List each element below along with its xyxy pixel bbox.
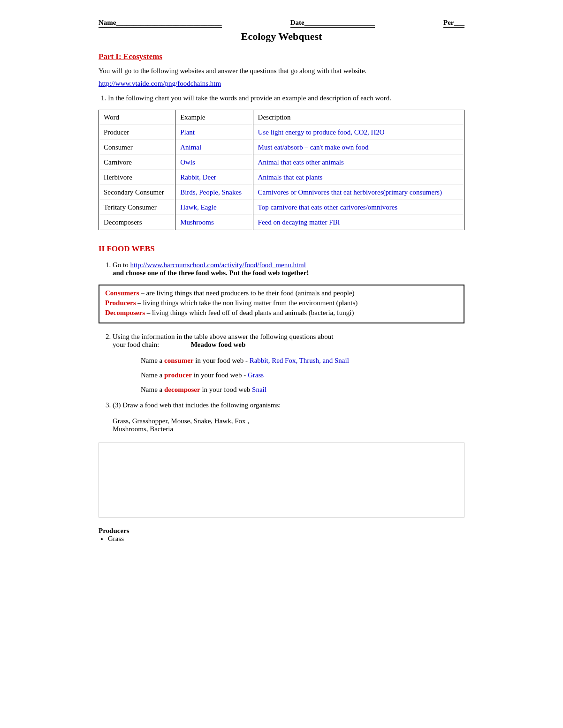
decomposers-label: Decomposers	[105, 309, 145, 316]
producer-answer-line: Name a producer in your food web - Grass	[141, 371, 464, 379]
desc-cell: Must eat/absorb – can't make own food	[253, 140, 464, 155]
table-row: Secondary Consumer Birds, People, Snakes…	[99, 185, 464, 200]
consumers-def: Consumers – are living things that need …	[105, 289, 458, 297]
food-webs-heading: II FOOD WEBS	[99, 244, 464, 254]
decomposer-answer: Snail	[252, 386, 266, 393]
q2-section: Name a consumer in your food web - Rabbi…	[127, 357, 464, 394]
desc-cell: Animals that eat plants	[253, 170, 464, 185]
word-cell: Herbivore	[99, 170, 175, 185]
consumers-label: Consumers	[105, 289, 139, 297]
instructions-list: In the following chart you will take the…	[108, 94, 464, 102]
producer-answer: Grass	[248, 371, 264, 379]
producers-label: Producers	[105, 299, 136, 307]
table-row: Teritary Consumer Hawk, Eagle Top carniv…	[99, 200, 464, 215]
table-header-row: Word Example Description	[99, 110, 464, 125]
example-cell: Birds, People, Snakes	[175, 185, 253, 200]
decomposers-def: Decomposers – living things which feed o…	[105, 309, 458, 317]
table-row: Herbivore Rabbit, Deer Animals that eat …	[99, 170, 464, 185]
consumer-word: consumer	[164, 357, 194, 364]
producers-list-item: Grass	[108, 535, 464, 543]
definitions-box: Consumers – are living things that need …	[99, 285, 464, 323]
word-cell: Decomposers	[99, 215, 175, 230]
producers-footer-label: Producers	[99, 527, 129, 534]
example-cell: Plant	[175, 125, 253, 140]
q3-intro: (3) Draw a food web that includes the fo…	[113, 401, 281, 409]
organisms-text: Grass, Grasshopper, Mouse, Snake, Hawk, …	[113, 417, 249, 425]
table-row: Producer Plant Use light energy to produ…	[99, 125, 464, 140]
date-field: Date____________________	[290, 19, 375, 28]
q2-intro3: Meadow food web	[191, 341, 246, 348]
table-row: Decomposers Mushrooms Feed on decaying m…	[99, 215, 464, 230]
producers-def: Producers – living things which take the…	[105, 299, 458, 307]
q3-item: (3) Draw a food web that includes the fo…	[113, 401, 464, 433]
food-webs-list: Go to http://www.harcourtschool.com/acti…	[113, 261, 464, 277]
example-cell: Owls	[175, 155, 253, 170]
q3-list: (3) Draw a food web that includes the fo…	[113, 401, 464, 433]
producers-footer-list: Grass	[108, 535, 464, 543]
word-cell: Secondary Consumer	[99, 185, 175, 200]
part1-heading: Part I: Ecosystems	[99, 52, 464, 61]
col-example: Example	[175, 110, 253, 125]
producers-section-footer: Producers Grass	[99, 527, 464, 543]
q2-item: Using the information in the table above…	[113, 333, 464, 394]
word-cell: Teritary Consumer	[99, 200, 175, 215]
intro-text: You will go to the following websites an…	[99, 67, 464, 75]
q2-intro2: your food chain:	[113, 341, 159, 348]
q2-list: Using the information in the table above…	[113, 333, 464, 394]
name-field: Name______________________________	[99, 19, 222, 28]
word-cell: Producer	[99, 125, 175, 140]
desc-cell: Top carnivore that eats other carivores/…	[253, 200, 464, 215]
word-cell: Carnivore	[99, 155, 175, 170]
decomposer-word: decomposer	[164, 386, 200, 393]
table-row: Carnivore Owls Animal that eats other an…	[99, 155, 464, 170]
desc-cell: Use light energy to produce food, CO2, H…	[253, 125, 464, 140]
desc-cell: Animal that eats other animals	[253, 155, 464, 170]
decomposer-answer-line: Name a decomposer in your food web Snail	[141, 386, 464, 394]
q1-suffix: and choose one of the three food webs. P…	[113, 269, 309, 277]
q2-intro1: Using the information in the table above…	[113, 333, 333, 340]
example-cell: Animal	[175, 140, 253, 155]
organisms-suffix: Mushrooms, Bacteria	[113, 425, 173, 433]
ecology-table: Word Example Description Producer Plant …	[99, 110, 464, 230]
producer-word: producer	[164, 371, 192, 379]
desc-cell: Feed on decaying matter FBI	[253, 215, 464, 230]
table-row: Consumer Animal Must eat/absorb – can't …	[99, 140, 464, 155]
per-field: Per___	[443, 19, 464, 28]
instruction-item-1: In the following chart you will take the…	[108, 94, 464, 102]
word-cell: Consumer	[99, 140, 175, 155]
page-title: Ecology Webquest	[99, 30, 464, 43]
example-cell: Hawk, Eagle	[175, 200, 253, 215]
part2-section: II FOOD WEBS Go to http://www.harcourtsc…	[99, 244, 464, 543]
col-word: Word	[99, 110, 175, 125]
header: Name______________________________ Date_…	[99, 19, 464, 28]
consumer-answer-line: Name a consumer in your food web - Rabbi…	[141, 357, 464, 365]
example-cell: Mushrooms	[175, 215, 253, 230]
desc-cell: Carnivores or Omnivores that eat herbivo…	[253, 185, 464, 200]
consumer-answer: Rabbit, Red Fox, Thrush, and Snail	[250, 357, 349, 364]
q1-prefix: Go to	[113, 261, 130, 269]
foodchains-link[interactable]: http://www.vtaide.com/png/foodchains.htm	[99, 80, 464, 88]
example-cell: Rabbit, Deer	[175, 170, 253, 185]
drawing-area	[99, 443, 464, 518]
col-description: Description	[253, 110, 464, 125]
harcourtschool-link[interactable]: http://www.harcourtschool.com/activity/f…	[130, 261, 306, 269]
food-webs-item-1: Go to http://www.harcourtschool.com/acti…	[113, 261, 464, 277]
